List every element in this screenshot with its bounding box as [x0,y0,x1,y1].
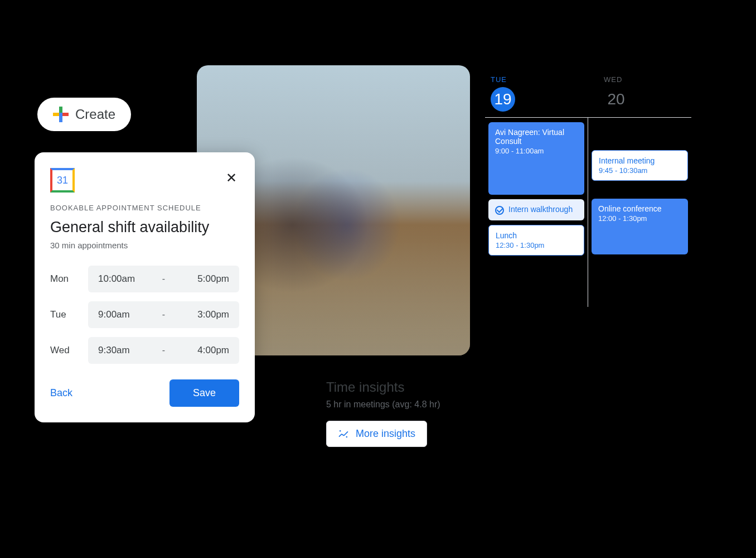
insights-title: Time insights [326,379,440,395]
end-time: 3:00pm [169,309,229,320]
calendar-column-header-wed[interactable]: WED 20 [588,75,691,112]
calendar-day-column: Avi Nagreen: Virtual Consult 9:00 - 11:0… [485,118,588,307]
back-button[interactable]: Back [50,387,72,399]
appointment-title: General shift availability [50,219,239,236]
calendar-event-online-conference[interactable]: Online conference 12:00 - 1:30pm [592,199,688,254]
day-label: Wed [50,345,78,356]
date-number: 19 [491,87,515,112]
close-icon[interactable]: ✕ [224,168,239,188]
calendar-column-header-tue[interactable]: TUE 19 [485,75,588,112]
day-of-week: WED [604,75,622,84]
availability-row-mon: Mon 10:00am - 5:00pm [50,266,239,292]
appointment-schedule-card: 31 ✕ BOOKABLE APPOINTMENT SCHEDULE Gener… [35,152,255,422]
calendar-day-column: Internal meeting 9:45 - 10:30am Online c… [588,118,691,307]
availability-row-wed: Wed 9:30am - 4:00pm [50,337,239,364]
end-time: 4:00pm [169,345,229,356]
svg-point-0 [340,430,341,431]
calendar-event-intern-walkthrough[interactable]: Intern walkthrough [488,199,584,220]
calendar-logo-icon: 31 [50,168,75,193]
calendar-view: TUE 19 WED 20 Avi Nagreen: Virtual Consu… [485,75,691,307]
insights-subtitle: 5 hr in meetings (avg: 4.8 hr) [326,400,440,410]
appointment-eyebrow: BOOKABLE APPOINTMENT SCHEDULE [50,204,239,212]
start-time: 10:00am [98,273,158,285]
appointment-subtitle: 30 min appointments [50,240,239,250]
create-button[interactable]: Create [37,98,131,131]
save-button[interactable]: Save [169,379,239,407]
plus-icon [53,107,69,122]
calendar-event-virtual-consult[interactable]: Avi Nagreen: Virtual Consult 9:00 - 11:0… [488,122,584,195]
calendar-event-lunch[interactable]: Lunch 12:30 - 1:30pm [488,225,584,256]
availability-row-tue: Tue 9:00am - 3:00pm [50,301,239,328]
start-time: 9:30am [98,345,158,356]
time-range-input[interactable]: 9:30am - 4:00pm [88,337,239,364]
more-insights-button[interactable]: More insights [326,421,427,447]
day-label: Mon [50,273,78,285]
day-label: Tue [50,309,78,320]
date-number: 20 [604,87,628,112]
svg-point-1 [346,436,348,437]
start-time: 9:00am [98,309,158,320]
time-range-input[interactable]: 9:00am - 3:00pm [88,301,239,328]
create-label: Create [75,107,115,122]
end-time: 5:00pm [169,273,229,285]
time-insights-section: Time insights 5 hr in meetings (avg: 4.8… [326,379,440,447]
calendar-event-internal-meeting[interactable]: Internal meeting 9:45 - 10:30am [592,150,688,181]
insights-sparkle-icon [338,429,349,440]
day-of-week: TUE [491,75,507,84]
time-range-input[interactable]: 10:00am - 5:00pm [88,266,239,292]
more-insights-label: More insights [356,428,415,440]
check-circle-icon [495,206,504,215]
